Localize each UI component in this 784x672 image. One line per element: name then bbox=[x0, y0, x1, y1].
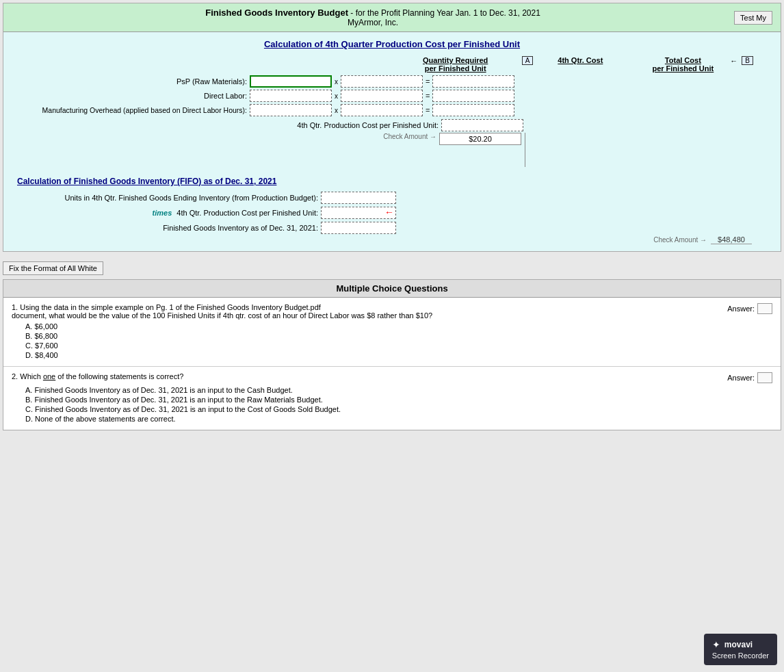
dl-cost-input[interactable] bbox=[341, 90, 423, 102]
question-1-answer-area: Answer: bbox=[727, 303, 772, 314]
q2-option-b: B. Finished Goods Inventory as of Dec. 3… bbox=[25, 396, 772, 404]
question-2-text: 2. Which one of the following statements… bbox=[12, 372, 720, 380]
arrow-left-label: ← bbox=[730, 57, 737, 65]
dl-qty-input[interactable] bbox=[250, 90, 332, 102]
question-1-answer-box[interactable] bbox=[757, 303, 772, 314]
budget-container: Finished Goods Inventory Budget - for th… bbox=[3, 3, 781, 252]
budget-header: Finished Goods Inventory Budget - for th… bbox=[3, 3, 781, 32]
vertical-separator bbox=[525, 133, 525, 167]
fifo-total-input[interactable] bbox=[321, 222, 396, 234]
column-headers: Quantity Required per Finished Unit A 4t… bbox=[17, 56, 767, 73]
calc-section-title: Calculation of 4th Quarter Production Co… bbox=[17, 39, 767, 49]
q2-option-a: A. Finished Goods Inventory as of Dec. 3… bbox=[25, 386, 772, 394]
q1-option-d: D. $8,400 bbox=[25, 351, 772, 359]
mfg-label: Manufacturing Overhead (applied based on… bbox=[17, 106, 250, 114]
fifo-row2: times 4th Qtr. Production Cost per Finis… bbox=[17, 207, 767, 219]
fifo-row3: Finished Goods Inventory as of Dec. 31, … bbox=[17, 222, 767, 234]
mfg-total-input[interactable] bbox=[432, 104, 514, 116]
header-title-bold: Finished Goods Inventory Budget bbox=[205, 8, 348, 18]
psp-row: PsP (Raw Materials): x = bbox=[17, 75, 767, 88]
mfg-qty-input[interactable] bbox=[250, 104, 332, 116]
mfg-overhead-row: Manufacturing Overhead (applied based on… bbox=[17, 104, 767, 116]
check-amount-label: Check Amount → bbox=[17, 133, 439, 140]
question-1-block: 1. Using the data in the simple example … bbox=[3, 298, 781, 367]
question-2-row: 2. Which one of the following statements… bbox=[12, 372, 772, 383]
calc-rows: PsP (Raw Materials): x = Direct Labor: x… bbox=[17, 75, 767, 116]
question-1-row: 1. Using the data in the simple example … bbox=[12, 303, 772, 320]
prod-cost-input[interactable] bbox=[441, 119, 523, 131]
fifo-row2-label: times 4th Qtr. Production Cost per Finis… bbox=[17, 209, 321, 217]
header-title-area: Finished Goods Inventory Budget - for th… bbox=[12, 8, 734, 27]
question-2-options: A. Finished Goods Inventory as of Dec. 3… bbox=[12, 386, 772, 423]
header-subtitle: MyArmor, Inc. bbox=[348, 18, 398, 27]
psp-x-symbol: x bbox=[332, 78, 341, 86]
question-2-block: 2. Which one of the following statements… bbox=[3, 367, 781, 430]
psp-cost-input[interactable] bbox=[341, 75, 423, 88]
direct-labor-label: Direct Labor: bbox=[17, 92, 250, 100]
psp-total-input[interactable] bbox=[432, 75, 514, 88]
question-1-text: 1. Using the data in the simple example … bbox=[12, 303, 720, 320]
mfg-equals: = bbox=[423, 106, 432, 114]
col3-header: Total Cost per Finished Unit bbox=[638, 56, 727, 73]
test-my-button[interactable]: Test My bbox=[734, 11, 772, 25]
badge-b-area: ← B bbox=[730, 56, 753, 65]
question-1-options: A. $6,000 B. $6,800 C. $7,600 D. $8,400 bbox=[12, 322, 772, 359]
badge-a: A bbox=[521, 56, 534, 65]
fifo-title: Calculation of Finished Goods Inventory … bbox=[17, 177, 767, 186]
prod-cost-label: 4th Qtr. Production Cost per Finished Un… bbox=[17, 121, 441, 129]
psp-equals: = bbox=[423, 77, 432, 86]
red-arrow-icon: ← bbox=[384, 207, 394, 218]
fifo-section: Calculation of Finished Goods Inventory … bbox=[17, 177, 767, 244]
question-2-answer-area: Answer: bbox=[727, 372, 772, 383]
fifo-units-input[interactable] bbox=[321, 192, 396, 204]
col1-header: Quantity Required per Finished Unit bbox=[411, 56, 500, 73]
mcq-header: Multiple Choice Questions bbox=[3, 280, 781, 298]
q2-option-c: C. Finished Goods Inventory as of Dec. 3… bbox=[25, 405, 772, 413]
dl-x-symbol: x bbox=[332, 92, 341, 100]
prod-cost-row: 4th Qtr. Production Cost per Finished Un… bbox=[17, 119, 767, 131]
fifo-cost-input[interactable]: ← bbox=[321, 207, 396, 219]
dl-equals: = bbox=[423, 92, 432, 100]
content-area: Calculation of 4th Quarter Production Co… bbox=[3, 32, 781, 251]
question-2-answer-box[interactable] bbox=[757, 372, 772, 383]
fifo-row1-label: Units in 4th Qtr. Finished Goods Ending … bbox=[17, 194, 321, 202]
mfg-x-symbol: x bbox=[332, 107, 341, 114]
q1-option-c: C. $7,600 bbox=[25, 341, 772, 350]
psp-label: PsP (Raw Materials): bbox=[17, 77, 250, 86]
fix-format-button[interactable]: Fix the Format of All White bbox=[3, 261, 103, 275]
q1-option-a: A. $6,000 bbox=[25, 322, 772, 331]
check-amount-area: Check Amount → $20.20 bbox=[17, 133, 767, 167]
fifo-check-row: Check Amount → $48,480 bbox=[17, 235, 767, 244]
q2-option-d: D. None of the above statements are corr… bbox=[25, 415, 772, 423]
mcq-container: Multiple Choice Questions 1. Using the d… bbox=[3, 279, 781, 430]
col2-header: 4th Qtr. Cost bbox=[536, 56, 625, 64]
fifo-check-value: $48,480 bbox=[711, 235, 752, 244]
dl-total-input[interactable] bbox=[432, 90, 514, 102]
header-title-rest: - for the Profit Planning Year Jan. 1 to… bbox=[348, 8, 540, 18]
mfg-cost-input[interactable] bbox=[341, 104, 423, 116]
q1-option-b: B. $6,800 bbox=[25, 332, 772, 340]
psp-qty-input[interactable] bbox=[250, 75, 332, 88]
check-amount-value: $20.20 bbox=[439, 133, 521, 145]
fifo-row3-label: Finished Goods Inventory as of Dec. 31, … bbox=[17, 224, 321, 232]
fifo-row1: Units in 4th Qtr. Finished Goods Ending … bbox=[17, 192, 767, 204]
direct-labor-row: Direct Labor: x = bbox=[17, 90, 767, 102]
